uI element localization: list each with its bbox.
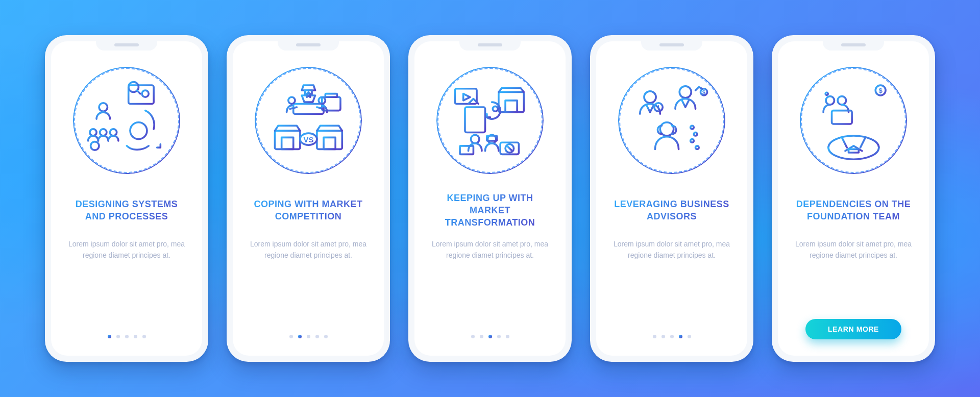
page-dot[interactable] (298, 335, 302, 338)
market-competition-icon: VS (255, 67, 362, 174)
svg-point-1 (142, 90, 149, 97)
svg-text:$: $ (878, 87, 883, 94)
svg-rect-60 (460, 145, 473, 154)
svg-point-57 (471, 135, 479, 143)
svg-rect-34 (275, 131, 300, 149)
page-dot[interactable] (307, 335, 310, 338)
page-dots[interactable] (108, 335, 146, 338)
onboarding-description: Lorem ipsum dolor sit amet pro, mea regi… (245, 238, 372, 261)
page-dot[interactable] (116, 335, 120, 338)
onboarding-description: Lorem ipsum dolor sit amet pro, mea regi… (427, 238, 553, 261)
svg-marker-25 (306, 92, 311, 97)
onboarding-screen: i $ LEVERAGING (596, 41, 747, 356)
svg-point-58 (487, 135, 496, 143)
svg-rect-52 (465, 107, 485, 132)
svg-rect-45 (324, 137, 335, 149)
svg-rect-51 (505, 100, 517, 112)
svg-point-17 (130, 122, 147, 139)
onboarding-screen: DESIGNING SYSTEMS AND PROCESSES Lorem ip… (51, 41, 202, 356)
svg-line-64 (508, 146, 511, 150)
svg-point-66 (654, 103, 662, 111)
phone-mockup: KEEPING UP WITH MARKET TRANSFORMATION Lo… (408, 35, 572, 362)
page-dot[interactable] (688, 335, 691, 338)
learn-more-button[interactable]: LEARN MORE (805, 319, 901, 339)
svg-point-8 (99, 103, 107, 111)
svg-rect-0 (128, 85, 153, 104)
svg-point-13 (110, 129, 116, 135)
svg-point-11 (89, 129, 96, 135)
svg-rect-100 (848, 149, 859, 153)
svg-point-65 (644, 91, 656, 103)
svg-line-99 (860, 137, 865, 147)
onboarding-description: Lorem ipsum dolor sit amet pro, mea regi… (790, 238, 917, 261)
svg-point-68 (679, 86, 691, 97)
svg-rect-95 (831, 110, 852, 123)
svg-rect-61 (500, 142, 519, 154)
svg-marker-49 (463, 93, 470, 100)
svg-text:i: i (657, 104, 659, 111)
svg-point-93 (826, 96, 834, 104)
svg-rect-59 (486, 136, 497, 141)
svg-rect-26 (322, 97, 340, 110)
svg-rect-28 (293, 104, 323, 114)
page-dot[interactable] (471, 335, 475, 338)
svg-rect-39 (281, 137, 293, 149)
business-advisors-icon: i $ (618, 67, 725, 174)
svg-point-62 (505, 144, 513, 152)
phone-mockup: $ (772, 35, 935, 362)
svg-point-92 (825, 92, 828, 95)
page-dots[interactable] (471, 335, 509, 338)
svg-rect-50 (498, 92, 523, 112)
page-dot[interactable] (506, 335, 509, 338)
page-dot[interactable] (653, 335, 656, 338)
svg-point-71 (700, 88, 707, 95)
page-dot[interactable] (125, 335, 129, 338)
svg-point-12 (100, 129, 106, 135)
svg-point-73 (660, 122, 673, 135)
page-dot[interactable] (315, 335, 319, 338)
page-dot[interactable] (480, 335, 483, 338)
onboarding-title: DESIGNING SYSTEMS AND PROCESSES (63, 191, 190, 229)
svg-line-98 (842, 137, 847, 147)
onboarding-screen: $ (778, 41, 929, 356)
onboarding-row: DESIGNING SYSTEMS AND PROCESSES Lorem ip… (45, 35, 935, 362)
onboarding-screen: VS COPING WITH MARKET COMPETITION Lorem … (233, 41, 384, 356)
svg-rect-40 (316, 131, 341, 149)
onboarding-description: Lorem ipsum dolor sit amet pro, mea regi… (608, 238, 735, 261)
onboarding-description: Lorem ipsum dolor sit amet pro, mea regi… (63, 238, 190, 261)
svg-rect-24 (305, 90, 311, 95)
onboarding-screen: KEEPING UP WITH MARKET TRANSFORMATION Lo… (414, 41, 566, 356)
svg-rect-48 (455, 88, 477, 104)
svg-line-33 (316, 107, 323, 109)
page-dot[interactable] (324, 335, 328, 338)
svg-point-78 (694, 132, 697, 136)
page-dot[interactable] (142, 335, 146, 338)
svg-point-83 (875, 85, 886, 95)
page-dots[interactable] (289, 335, 328, 338)
svg-rect-27 (325, 93, 337, 97)
page-dot[interactable] (662, 335, 665, 338)
market-transformation-icon (436, 67, 544, 174)
page-dot[interactable] (134, 335, 137, 338)
svg-point-56 (493, 106, 498, 111)
page-dot[interactable] (497, 335, 501, 338)
page-dot[interactable] (670, 335, 674, 338)
svg-point-6 (128, 82, 138, 92)
onboarding-title: LEVERAGING BUSINESS ADVISORS (608, 191, 735, 229)
systems-processes-icon (73, 67, 180, 174)
svg-point-29 (288, 97, 295, 104)
page-dot[interactable] (289, 335, 293, 338)
svg-point-80 (690, 139, 694, 142)
phone-mockup: DESIGNING SYSTEMS AND PROCESSES Lorem ip… (45, 35, 208, 362)
onboarding-title: KEEPING UP WITH MARKET TRANSFORMATION (427, 191, 553, 229)
phone-mockup: i $ LEVERAGING (590, 35, 753, 362)
page-dot[interactable] (488, 335, 492, 338)
foundation-team-icon: $ (800, 67, 907, 174)
onboarding-title: COPING WITH MARKET COMPETITION (245, 191, 372, 229)
page-dot[interactable] (679, 335, 682, 338)
svg-point-94 (838, 96, 846, 104)
page-dot[interactable] (108, 335, 111, 338)
onboarding-title: DEPENDENCIES ON THE FOUNDATION TEAM (790, 191, 917, 229)
phone-mockup: VS COPING WITH MARKET COMPETITION Lorem … (227, 35, 390, 362)
page-dots[interactable] (653, 335, 691, 338)
